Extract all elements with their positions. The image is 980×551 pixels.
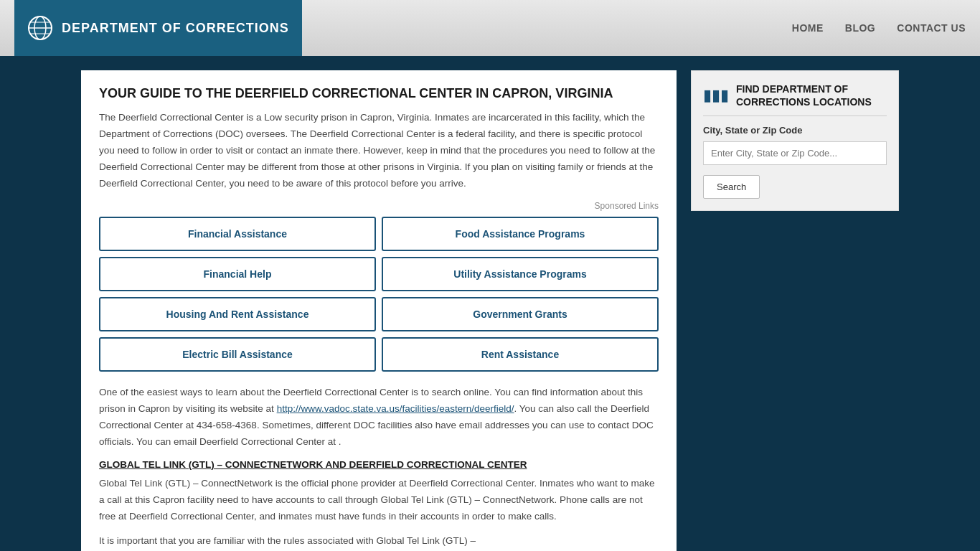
- content-area: YOUR GUIDE TO THE DEERFIELD CORRECTIONAL…: [81, 70, 677, 551]
- globe-icon: [27, 15, 53, 41]
- btn-food-assistance[interactable]: Food Assistance Programs: [382, 217, 659, 251]
- page-title: YOUR GUIDE TO THE DEERFIELD CORRECTIONAL…: [99, 85, 659, 103]
- btn-electric-bill[interactable]: Electric Bill Assistance: [99, 337, 376, 372]
- btn-housing-rent[interactable]: Housing And Rent Assistance: [99, 297, 376, 331]
- location-label: City, State or Zip Code: [703, 125, 887, 136]
- bar-chart-icon: ▮▮▮: [703, 86, 729, 105]
- btn-utility-assistance[interactable]: Utility Assistance Programs: [382, 257, 659, 291]
- logo-text: DEPARTMENT OF CORRECTIONS: [62, 21, 289, 36]
- btn-financial-help[interactable]: Financial Help: [99, 257, 376, 291]
- main-wrapper: YOUR GUIDE TO THE DEERFIELD CORRECTIONAL…: [74, 70, 906, 551]
- sidebar-title: FIND DEPARTMENT OF CORRECTIONS LOCATIONS: [736, 83, 887, 108]
- btn-rent-assistance[interactable]: Rent Assistance: [382, 337, 659, 372]
- nav-contact[interactable]: CONTACT US: [897, 22, 966, 34]
- gtl-heading: GLOBAL TEL LINK (GTL) – CONNECTNETWORK A…: [99, 459, 659, 470]
- nav-blog[interactable]: BLOG: [845, 22, 875, 34]
- main-nav: HOME BLOG CONTACT US: [792, 22, 966, 34]
- gtl-paragraph-1: Global Tel Link (GTL) – ConnectNetwork i…: [99, 476, 659, 525]
- vadoc-link[interactable]: http://www.vadoc.state.va.us/facilities/…: [277, 403, 514, 414]
- gtl-paragraph-2: It is important that you are familiar wi…: [99, 533, 659, 550]
- btn-financial-assistance[interactable]: Financial Assistance: [99, 217, 376, 251]
- site-header: DEPARTMENT OF CORRECTIONS HOME BLOG CONT…: [0, 0, 980, 56]
- button-grid: Financial Assistance Food Assistance Pro…: [99, 217, 659, 372]
- nav-home[interactable]: HOME: [792, 22, 824, 34]
- intro-text: The Deerfield Correctional Center is a L…: [99, 110, 659, 192]
- search-button[interactable]: Search: [703, 175, 760, 199]
- sponsored-links-label: Sponsored Links: [99, 201, 659, 211]
- site-logo: DEPARTMENT OF CORRECTIONS: [14, 0, 302, 56]
- btn-government-grants[interactable]: Government Grants: [382, 297, 659, 331]
- body-paragraph-1: One of the easiest ways to learn about t…: [99, 385, 659, 451]
- location-input[interactable]: [703, 141, 887, 165]
- sidebar: ▮▮▮ FIND DEPARTMENT OF CORRECTIONS LOCAT…: [691, 70, 899, 211]
- sidebar-title-bar: ▮▮▮ FIND DEPARTMENT OF CORRECTIONS LOCAT…: [703, 83, 887, 116]
